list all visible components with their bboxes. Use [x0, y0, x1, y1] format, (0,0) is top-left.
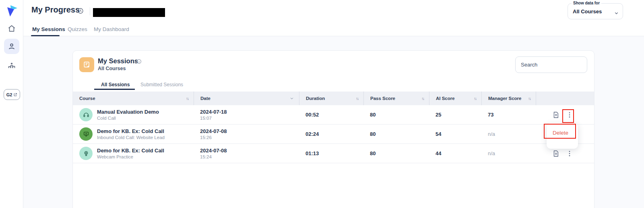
session-time: 15:07 [200, 115, 227, 121]
search-input[interactable] [515, 56, 587, 73]
manager-score-value: 73 [488, 112, 493, 118]
column-header-actions [536, 92, 594, 105]
column-header-manager-score: Manager Score ↑↓ [481, 92, 536, 105]
duration-value: 00:52 [305, 112, 319, 118]
external-link-icon [13, 93, 17, 97]
manager-score-value: n/a [488, 131, 495, 137]
course-name: Demo for KB. Ex: Cold Call [97, 128, 165, 134]
manager-score-value: n/a [488, 150, 495, 156]
table-row[interactable]: Demo for KB. Ex: Cold Call Inbound Cold … [73, 125, 594, 144]
session-time: 15:24 [200, 154, 227, 160]
sort-icon[interactable]: ↑↓ [186, 96, 188, 101]
my-sessions-card: My Sessions All Courses All Sessions Sub… [72, 50, 594, 208]
duration-value: 01:13 [305, 150, 319, 156]
delete-menu-item[interactable]: Delete [553, 130, 568, 136]
column-header-duration: Duration ↑↓ [299, 92, 363, 105]
column-header-ai-score: AI Score ↑↓ [429, 92, 481, 105]
sidebar-item-home[interactable] [8, 25, 16, 33]
chevron-down-icon [614, 10, 619, 14]
duration-value: 02:24 [305, 131, 319, 137]
column-header-course: Course ↑↓ [73, 92, 194, 105]
kebab-menu-icon[interactable] [566, 150, 573, 157]
pass-score-value: 80 [370, 150, 376, 156]
select-label: Show data for [572, 1, 601, 5]
sessions-note-icon [79, 57, 94, 72]
tab-my-dashboard[interactable]: My Dashboard [94, 26, 129, 32]
tab-quizzes[interactable]: Quizzes [68, 26, 87, 32]
ai-score-value: 44 [436, 150, 441, 156]
sort-icon[interactable]: ↑↓ [421, 96, 424, 101]
active-subtab-underline [94, 89, 135, 90]
redacted-text-bar [93, 8, 165, 17]
session-time: 15:26 [200, 135, 227, 140]
pass-score-value: 80 [370, 131, 376, 137]
subtab-all-sessions[interactable]: All Sessions [101, 82, 130, 87]
ai-score-value: 25 [436, 112, 441, 118]
column-header-pass-score: Pass Score ↑↓ [363, 92, 429, 105]
session-date: 2024-07-18 [200, 109, 227, 115]
course-name: Manual Evaluation Demo [97, 109, 159, 115]
g2-label: G2 [6, 92, 12, 97]
person-icon [8, 42, 16, 50]
show-data-for-select[interactable]: Show data for All Courses [568, 3, 623, 19]
column-header-date: Date [194, 92, 299, 105]
chevron-down-icon[interactable] [290, 96, 294, 100]
session-date: 2024-07-08 [200, 128, 227, 134]
table-row[interactable]: Manual Evaluation Demo Cold Call 2024-07… [73, 105, 594, 125]
title-divider [90, 7, 90, 15]
page-title: My Progress [31, 5, 80, 15]
kebab-menu-icon[interactable] [566, 111, 573, 119]
app-logo-icon[interactable] [5, 4, 18, 17]
sort-icon[interactable]: ↑↓ [474, 96, 476, 101]
info-icon[interactable] [136, 58, 142, 64]
session-notes-icon[interactable] [552, 150, 559, 157]
session-notes-icon[interactable] [552, 111, 559, 119]
history-clock-icon[interactable] [77, 8, 84, 14]
course-subtitle: Inbound Cold Call: Website Lead [97, 135, 165, 140]
sidebar: G2 [0, 0, 23, 208]
subtab-submitted-sessions[interactable]: Submitted Sessions [140, 82, 183, 87]
content-area: My Sessions All Courses All Sessions Sub… [23, 36, 644, 208]
sidebar-item-my-progress[interactable] [4, 39, 19, 54]
tab-my-sessions[interactable]: My Sessions [32, 26, 65, 32]
sort-icon[interactable]: ↑↓ [356, 96, 358, 101]
course-name: Demo for KB. Ex: Cold Call [97, 148, 164, 154]
main-tab-bar: My Sessions Quizzes My Dashboard [23, 23, 644, 36]
select-value: All Courses [573, 8, 602, 15]
sort-icon[interactable]: ↑↓ [528, 96, 530, 101]
course-subtitle: Webcam Practice [97, 154, 164, 160]
table-header: Course ↑↓ Date Duration ↑↓ Pass Score ↑↓… [73, 92, 594, 105]
session-date: 2024-07-08 [200, 148, 227, 154]
g2-review-badge[interactable]: G2 [4, 89, 20, 100]
sidebar-item-leaderboard[interactable] [8, 61, 16, 69]
headset-avatar-icon [79, 108, 93, 121]
card-subtitle: All Courses [98, 66, 126, 71]
home-icon [8, 25, 16, 33]
course-subtitle: Cold Call [97, 115, 159, 121]
pass-score-value: 80 [370, 112, 376, 118]
podium-icon [8, 61, 16, 69]
ai-score-value: 54 [436, 131, 441, 137]
monitor-plus-avatar-icon [79, 127, 93, 141]
table-row[interactable]: Demo for KB. Ex: Cold Call Webcam Practi… [73, 144, 594, 163]
webcam-avatar-icon [79, 147, 93, 160]
card-title: My Sessions [98, 57, 138, 65]
row-context-menu: Delete [547, 123, 578, 149]
